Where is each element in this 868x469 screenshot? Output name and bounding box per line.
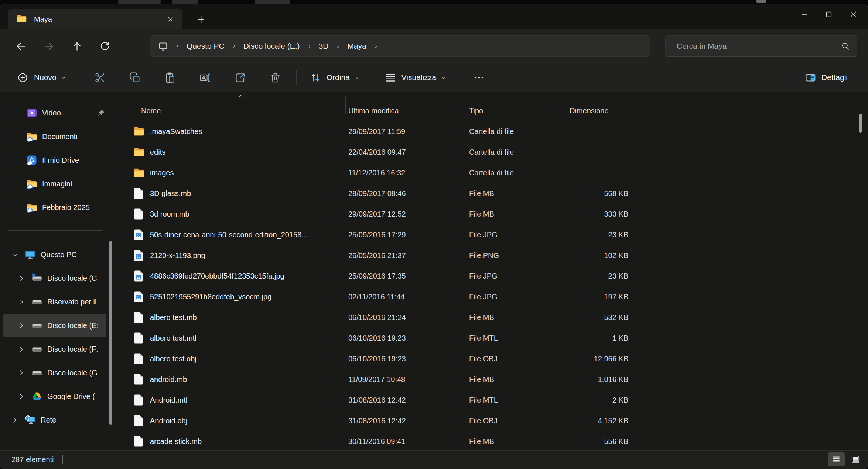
delete-button[interactable] bbox=[264, 67, 287, 88]
sidebar-tree-item[interactable]: Disco locale (G bbox=[3, 361, 106, 384]
table-row[interactable]: albero test.mb 06/10/2016 21:24 File MB … bbox=[122, 307, 868, 328]
thumbnail-view-button[interactable] bbox=[847, 452, 864, 466]
details-view-button[interactable] bbox=[828, 452, 845, 466]
navigation-bar: Questo PC Disco locale (E:) 3D Maya bbox=[0, 29, 868, 63]
table-row[interactable]: albero test.mtl 06/10/2016 19:23 File MT… bbox=[122, 328, 868, 348]
chevron-down-icon bbox=[61, 75, 66, 80]
column-header-ultima-modifica[interactable]: Ultima modifica bbox=[345, 107, 464, 115]
share-button[interactable] bbox=[229, 67, 252, 88]
breadcrumb[interactable]: Questo PC Disco locale (E:) 3D Maya bbox=[150, 35, 650, 57]
refresh-button[interactable] bbox=[94, 36, 116, 56]
search-icon[interactable] bbox=[841, 41, 850, 51]
file-size: 532 KB bbox=[564, 313, 631, 322]
tab-close-icon[interactable] bbox=[163, 12, 177, 26]
maximize-button[interactable] bbox=[817, 5, 841, 24]
sidebar-tree-item[interactable]: Google Drive ( bbox=[3, 384, 106, 408]
column-header-dimensione[interactable]: Dimensione bbox=[564, 107, 631, 115]
table-row[interactable]: arcade stick.mb 30/11/2016 09:41 File MB… bbox=[122, 431, 868, 450]
folder-icon bbox=[17, 14, 27, 24]
close-button[interactable] bbox=[841, 5, 865, 24]
doc-icon bbox=[133, 394, 145, 406]
column-divider[interactable] bbox=[564, 96, 564, 114]
sidebar-tree-item[interactable]: Rete bbox=[3, 408, 106, 432]
back-button[interactable] bbox=[10, 36, 31, 56]
sort-button[interactable]: Ordina bbox=[305, 67, 365, 88]
column-header-tipo[interactable]: Tipo bbox=[464, 107, 564, 115]
sidebar-item[interactable]: Febbraio 2025 bbox=[3, 196, 106, 219]
rename-button[interactable] bbox=[194, 67, 217, 88]
sidebar-tree-item[interactable]: Disco locale (C bbox=[3, 266, 106, 290]
column-header-nome[interactable]: Nome bbox=[122, 107, 345, 115]
up-button[interactable] bbox=[66, 36, 88, 56]
sidebar-item[interactable]: Video bbox=[3, 101, 106, 125]
sidebar-tree-item[interactable]: Disco locale (E: bbox=[3, 314, 106, 337]
table-row[interactable]: 3d room.mb 29/09/2017 12:52 File MB 333 … bbox=[122, 204, 868, 224]
screen: Maya bbox=[0, 0, 868, 469]
search-input[interactable] bbox=[676, 41, 841, 51]
drive-win-icon bbox=[31, 273, 42, 284]
file-type: File JPG bbox=[464, 231, 564, 239]
file-list-scrollbar[interactable] bbox=[859, 114, 862, 133]
table-row[interactable]: .mayaSwatches 29/09/2017 11:59 Cartella … bbox=[122, 121, 868, 142]
table-row[interactable]: edits 22/04/2016 09:47 Cartella di file bbox=[122, 142, 868, 162]
sidebar-scrollbar[interactable] bbox=[109, 241, 112, 425]
details-pane-button[interactable]: Dettagli bbox=[800, 67, 852, 88]
folder-icon bbox=[133, 125, 145, 138]
table-row[interactable]: 5251021955291b8eddfeb_vsocm.jpg 02/11/20… bbox=[122, 286, 868, 307]
chevron-right-icon[interactable] bbox=[17, 299, 25, 306]
more-options-button[interactable] bbox=[467, 67, 491, 88]
table-row[interactable]: Android.mtl 31/08/2016 12:42 File MTL 2 … bbox=[122, 390, 868, 410]
minimize-button[interactable] bbox=[792, 5, 817, 24]
chevron-right-icon[interactable] bbox=[10, 417, 19, 424]
folder-icon bbox=[133, 146, 145, 158]
sidebar-tree-item[interactable]: Riservato per il bbox=[3, 290, 106, 314]
column-divider[interactable] bbox=[464, 96, 464, 114]
table-row[interactable]: 2120-x-1193.png 26/05/2016 21:37 File PN… bbox=[122, 245, 868, 266]
view-button-label: Visualizza bbox=[401, 73, 436, 82]
breadcrumb-item-maya[interactable]: Maya bbox=[344, 40, 369, 52]
chevron-right-icon[interactable] bbox=[17, 322, 25, 329]
column-divider[interactable] bbox=[631, 96, 631, 114]
sidebar-tree-item[interactable]: Disco locale (F: bbox=[3, 337, 106, 361]
image-icon bbox=[133, 228, 145, 241]
table-row[interactable]: 3D glass.mb 28/09/2017 08:46 File MB 568… bbox=[122, 183, 868, 204]
column-divider[interactable] bbox=[345, 96, 346, 114]
view-button[interactable]: Visualizza bbox=[380, 67, 451, 88]
this-pc-icon[interactable] bbox=[158, 41, 168, 52]
table-row[interactable]: images 11/12/2016 16:32 Cartella di file bbox=[122, 162, 868, 183]
file-size: 197 KB bbox=[564, 293, 631, 301]
copy-button[interactable] bbox=[123, 67, 147, 88]
table-row[interactable]: 4886c369fed270ebbdf54f12353c15fa.jpg 25/… bbox=[122, 266, 868, 286]
table-row[interactable]: 50s-diner-cena-anni-50-second-edition_20… bbox=[122, 224, 868, 245]
forward-button[interactable] bbox=[38, 36, 59, 56]
file-modified: 30/11/2016 09:41 bbox=[345, 437, 464, 446]
chevron-right-icon[interactable] bbox=[17, 369, 25, 376]
new-tab-button[interactable] bbox=[192, 11, 209, 28]
chevron-down-icon[interactable] bbox=[10, 251, 19, 258]
sidebar-tree-item[interactable]: Questo PC bbox=[3, 243, 106, 266]
sidebar-item[interactable]: Immagini bbox=[3, 172, 106, 196]
chevron-right-icon[interactable] bbox=[17, 275, 25, 282]
new-button[interactable]: Nuovo bbox=[11, 67, 72, 88]
file-explorer-window: Maya bbox=[0, 4, 868, 469]
breadcrumb-item-disco-locale-e[interactable]: Disco locale (E:) bbox=[240, 40, 303, 52]
table-row[interactable]: android.mb 11/09/2017 10:48 File MB 1.01… bbox=[122, 369, 868, 390]
chevron-right-icon[interactable] bbox=[17, 346, 25, 353]
sidebar: Video Documenti Il mio Drive Immagini bbox=[0, 92, 122, 450]
table-row[interactable]: albero test.obj 06/10/2016 19:23 File OB… bbox=[122, 348, 868, 369]
file-size: 333 KB bbox=[564, 210, 631, 218]
table-row[interactable]: Android.obj 31/08/2016 12:42 File OBJ 4.… bbox=[122, 410, 868, 431]
sidebar-item-label: Disco locale (G bbox=[47, 369, 106, 377]
paste-button[interactable] bbox=[158, 67, 182, 88]
cut-button[interactable] bbox=[88, 67, 112, 88]
chevron-right-icon[interactable] bbox=[17, 393, 25, 400]
explorer-tab[interactable]: Maya bbox=[8, 9, 182, 29]
breadcrumb-item-questo-pc[interactable]: Questo PC bbox=[184, 40, 228, 52]
titlebar[interactable]: Maya bbox=[0, 4, 868, 29]
file-size: 23 KB bbox=[564, 231, 631, 239]
search-box[interactable] bbox=[665, 35, 857, 57]
file-type: File MB bbox=[464, 189, 564, 198]
sidebar-item[interactable]: Documenti bbox=[3, 125, 106, 148]
breadcrumb-item-3d[interactable]: 3D bbox=[316, 40, 332, 52]
sidebar-item[interactable]: Il mio Drive bbox=[3, 148, 106, 172]
